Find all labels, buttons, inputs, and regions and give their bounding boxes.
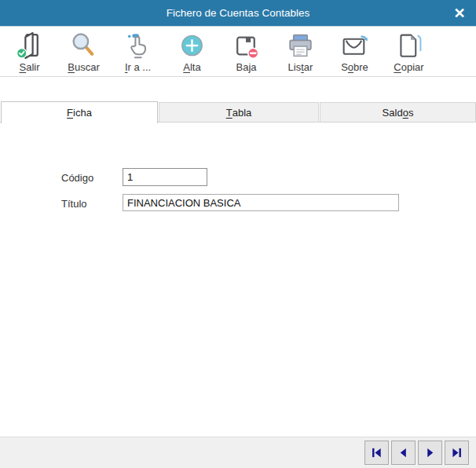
listar-label: Listar: [288, 61, 313, 73]
delete-box-icon: [232, 31, 261, 60]
codigo-label: Código: [61, 172, 93, 184]
toolbar-separator: [0, 76, 476, 77]
alta-button[interactable]: Alta: [165, 27, 219, 76]
footer-bar: [0, 437, 476, 468]
next-record-icon: [424, 447, 436, 459]
previous-record-icon: [397, 447, 409, 459]
titlebar: Fichero de Cuentas Contables ✕: [0, 0, 476, 27]
copy-document-icon: [394, 31, 423, 60]
record-navigator: [364, 441, 469, 465]
first-record-icon: [371, 447, 383, 459]
last-record-button[interactable]: [445, 441, 469, 465]
buscar-button[interactable]: Buscar: [57, 27, 111, 76]
ir-a-button[interactable]: Ir a ...: [111, 27, 165, 76]
close-icon: ✕: [453, 5, 465, 22]
sobre-label: Sobre: [341, 61, 368, 73]
window-title: Fichero de Cuentas Contables: [167, 7, 309, 19]
printer-icon: [286, 31, 315, 60]
ir-a-label: Ir a ...: [125, 61, 151, 73]
accounts-file-window: Fichero de Cuentas Contables ✕ Salir: [0, 0, 476, 468]
close-button[interactable]: ✕: [446, 0, 473, 26]
copiar-label: Copiar: [394, 61, 423, 73]
titulo-field[interactable]: [123, 194, 399, 211]
first-record-button[interactable]: [364, 441, 389, 465]
baja-label: Baja: [236, 61, 256, 73]
tab-ficha[interactable]: Ficha: [1, 101, 158, 123]
tab-bar: Ficha Tabla Saldos: [0, 101, 476, 122]
copiar-button[interactable]: Copiar: [382, 27, 436, 76]
last-record-icon: [451, 447, 463, 459]
salir-label: Salir: [19, 61, 39, 73]
toolbar: Salir Buscar Ir a ...: [2, 27, 436, 76]
sobre-button[interactable]: Sobre: [328, 27, 382, 76]
baja-button[interactable]: Baja: [219, 27, 273, 76]
buscar-label: Buscar: [68, 61, 99, 73]
tab-saldos[interactable]: Saldos: [320, 102, 476, 122]
add-circle-icon: [178, 31, 207, 60]
titulo-label: Título: [61, 198, 87, 210]
search-icon: [69, 31, 98, 60]
listar-button[interactable]: Listar: [273, 27, 328, 76]
tab-tabla[interactable]: Tabla: [159, 102, 319, 122]
exit-door-icon: [15, 31, 44, 60]
next-record-button[interactable]: [418, 441, 442, 465]
previous-record-button[interactable]: [391, 441, 416, 465]
envelope-refresh-icon: [340, 31, 369, 60]
codigo-field[interactable]: [123, 168, 207, 186]
alta-label: Alta: [183, 61, 200, 73]
goto-hand-icon: [123, 31, 152, 60]
salir-button[interactable]: Salir: [2, 27, 57, 76]
